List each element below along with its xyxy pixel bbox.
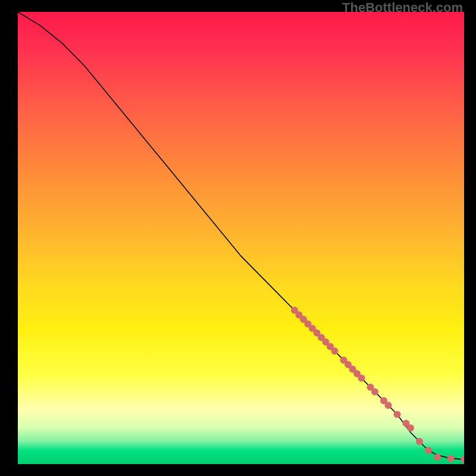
watermark-text: TheBottleneck.com — [342, 0, 463, 15]
gradient-plot-area — [18, 12, 464, 464]
